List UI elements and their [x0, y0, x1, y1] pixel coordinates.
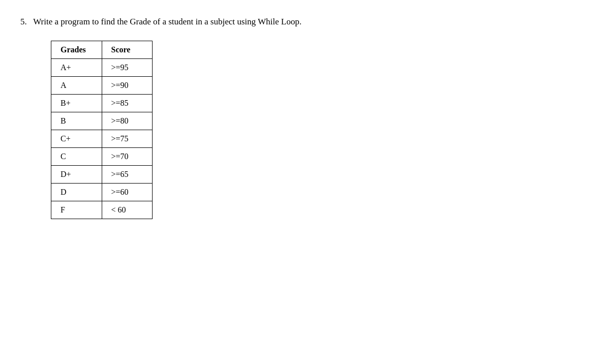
table-row: B>=80: [51, 112, 153, 130]
table-row: C>=70: [51, 147, 153, 165]
table-row: C+>=75: [51, 130, 153, 147]
score-cell: >=85: [102, 94, 153, 112]
grade-cell: C: [51, 147, 102, 165]
grade-cell: B: [51, 112, 102, 130]
grade-cell: F: [51, 201, 102, 219]
question-body: Write a program to find the Grade of a s…: [33, 17, 302, 26]
table-row: D>=60: [51, 183, 153, 201]
col-header-grades: Grades: [51, 41, 102, 58]
question-text: 5. Write a program to find the Grade of …: [20, 15, 578, 28]
grade-cell: D+: [51, 165, 102, 183]
table-row: A>=90: [51, 76, 153, 94]
table-row: A+>=95: [51, 58, 153, 76]
score-cell: >=90: [102, 76, 153, 94]
score-cell: >=70: [102, 147, 153, 165]
score-cell: >=75: [102, 130, 153, 147]
score-cell: < 60: [102, 201, 153, 219]
score-cell: >=65: [102, 165, 153, 183]
grade-cell: B+: [51, 94, 102, 112]
table-row: F< 60: [51, 201, 153, 219]
score-cell: >=60: [102, 183, 153, 201]
col-header-score: Score: [102, 41, 153, 58]
grade-cell: A+: [51, 58, 102, 76]
grade-cell: D: [51, 183, 102, 201]
grades-table: Grades Score A+>=95A>=90B+>=85B>=80C+>=7…: [51, 41, 153, 219]
table-header-row: Grades Score: [51, 41, 153, 58]
score-cell: >=80: [102, 112, 153, 130]
grades-table-container: Grades Score A+>=95A>=90B+>=85B>=80C+>=7…: [51, 41, 578, 219]
table-row: B+>=85: [51, 94, 153, 112]
table-row: D+>=65: [51, 165, 153, 183]
grade-cell: A: [51, 76, 102, 94]
question-5: 5. Write a program to find the Grade of …: [20, 15, 578, 219]
question-number: 5.: [20, 17, 27, 26]
grade-cell: C+: [51, 130, 102, 147]
score-cell: >=95: [102, 58, 153, 76]
